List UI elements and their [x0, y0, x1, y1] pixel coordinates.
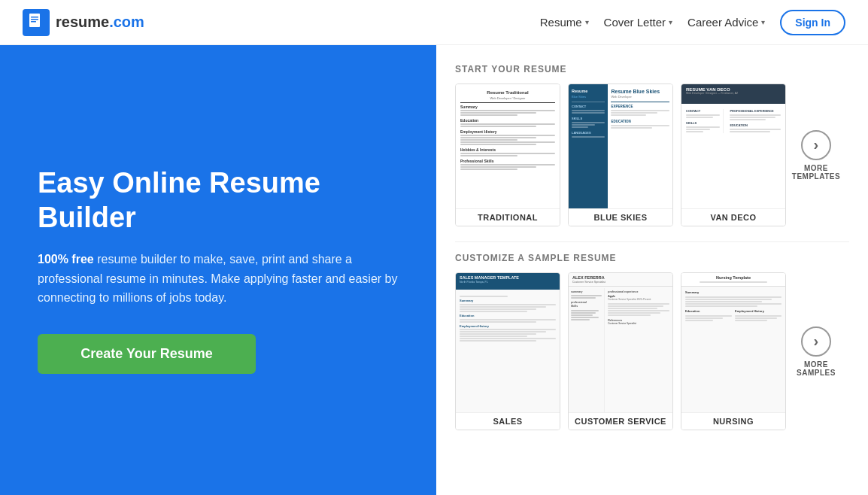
samples-section-label: CUSTOMIZE A SAMPLE RESUME	[455, 253, 849, 263]
sample-thumb-sales: SALES MANAGER TEMPLATE North Florida Tam…	[456, 273, 560, 412]
more-samples-button[interactable]: › MORE SAMPLES	[794, 326, 839, 377]
hero-description: 100% free resume builder to make, save, …	[38, 250, 399, 308]
svg-rect-3	[31, 21, 36, 23]
template-thumb-van-deco: RESUME VAN DECO Web Developer / Designer…	[681, 84, 785, 208]
sample-name-customer-service: CUSTOMER SERVICE	[569, 412, 672, 430]
logo-icon	[23, 9, 50, 36]
right-panel: START YOUR RESUME Resume Traditional Web…	[436, 45, 868, 495]
samples-row: SALES MANAGER TEMPLATE North Florida Tam…	[455, 272, 849, 430]
template-name-blue-skies: BLUE SKIES	[569, 208, 672, 226]
templates-section-label: START YOUR RESUME	[455, 64, 849, 74]
more-templates-arrow-icon: ›	[801, 130, 831, 160]
navbar: resume.com Resume ▾ Cover Letter ▾ Caree…	[0, 0, 868, 45]
templates-row: Resume Traditional Web Developer / Desig…	[455, 84, 849, 226]
main-container: Easy Online Resume Builder 100% free res…	[0, 45, 868, 495]
section-divider	[455, 241, 849, 242]
nav-career-advice[interactable]: Career Advice ▾	[687, 16, 765, 29]
template-thumb-traditional: Resume Traditional Web Developer / Desig…	[456, 84, 560, 208]
svg-rect-0	[29, 14, 40, 27]
sample-card-customer-service[interactable]: ALEX FERERRA Customer Service Specialist…	[568, 272, 673, 430]
template-card-van-deco[interactable]: RESUME VAN DECO Web Developer / Designer…	[681, 84, 786, 226]
create-resume-button[interactable]: Create Your Resume	[38, 334, 256, 374]
template-name-van-deco: VAN DECO	[681, 208, 785, 226]
svg-rect-1	[31, 17, 38, 18]
svg-rect-2	[31, 19, 38, 20]
chevron-down-icon: ▾	[669, 18, 672, 26]
sample-thumb-customer-service: ALEX FERERRA Customer Service Specialist…	[569, 273, 672, 412]
nav-items: Resume ▾ Cover Letter ▾ Career Advice ▾ …	[540, 10, 845, 35]
template-card-traditional[interactable]: Resume Traditional Web Developer / Desig…	[455, 84, 560, 226]
logo-text: resume.com	[56, 14, 144, 31]
chevron-down-icon: ▾	[761, 18, 765, 26]
signin-button[interactable]: Sign In	[780, 10, 845, 35]
nav-cover-letter[interactable]: Cover Letter ▾	[604, 16, 673, 29]
hero-panel: Easy Online Resume Builder 100% free res…	[0, 45, 436, 495]
more-templates-button[interactable]: › MORE TEMPLATES	[794, 130, 839, 181]
sample-card-nursing[interactable]: Nursing Template Summary Education	[681, 272, 786, 430]
template-name-traditional: TRADITIONAL	[456, 208, 560, 226]
template-card-blue-skies[interactable]: Resume Blue Skies CONTACT SKILLS LANGUAG…	[568, 84, 673, 226]
logo[interactable]: resume.com	[23, 9, 144, 36]
nav-resume[interactable]: Resume ▾	[540, 16, 589, 29]
sample-thumb-nursing: Nursing Template Summary Education	[681, 273, 785, 412]
hero-title: Easy Online Resume Builder	[38, 166, 399, 235]
template-thumb-blue-skies: Resume Blue Skies CONTACT SKILLS LANGUAG…	[569, 84, 672, 208]
sample-name-sales: SALES	[456, 412, 560, 430]
more-samples-arrow-icon: ›	[801, 326, 831, 357]
sample-card-sales[interactable]: SALES MANAGER TEMPLATE North Florida Tam…	[455, 272, 560, 430]
sample-name-nursing: NURSING	[681, 412, 785, 430]
chevron-down-icon: ▾	[585, 18, 589, 26]
